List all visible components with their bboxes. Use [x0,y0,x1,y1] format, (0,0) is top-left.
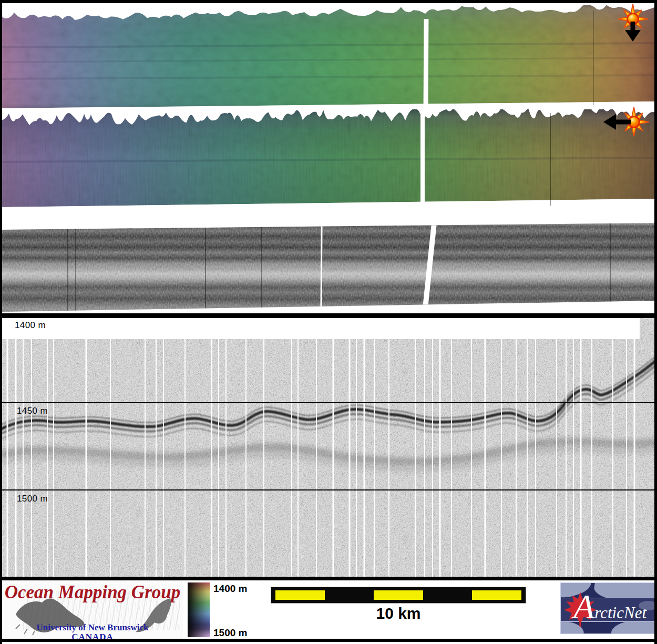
profile-top-margin [2,318,640,339]
scale-bar-segment [374,590,423,600]
scale-bar-label: 10 km [272,605,525,622]
arcticnet-rest: rcticNet [594,604,646,622]
backscatter-strip [2,223,654,313]
arcticnet-logo: ArcticNet [560,582,655,634]
scale-bar-segment [423,588,473,602]
frame-border-bottom [0,639,657,642]
figure-canvas: 1400 m 1450 m 1500 m Ocean Mapping Group… [0,0,657,644]
omg-country-label: CANADA [2,632,183,639]
data-gap [420,113,425,208]
bathymetry-swath-2 [2,109,654,212]
scale-bar [272,588,525,602]
colorbar-label-top: 1400 m [213,583,247,595]
profile-bottom-border [2,577,654,580]
profile-top-border [2,313,654,318]
scale-bar-segment [275,590,325,600]
bathymetry-swath-1 [2,3,654,111]
arcticnet-wordmark: ArcticNet [573,583,646,632]
depth-label-1400: 1400 m [15,320,46,331]
depth-label-1450: 1450 m [17,406,48,416]
frame-border-top [0,0,657,3]
omg-logo-title: Ocean Mapping Group [2,582,183,603]
depth-gridline-1450 [2,402,654,403]
sun-illumination-icon-left [601,106,652,140]
swath-seam-line [593,11,594,105]
omg-logo: Ocean Mapping Group University of New Br… [2,580,183,639]
depth-colorbar [188,582,210,637]
depth-label-1500: 1500 m [17,494,48,504]
subbottom-profile: 1400 m 1450 m 1500 m [2,318,654,577]
sun-illumination-icon-down [610,3,654,46]
frame-border-left [0,0,2,644]
colorbar-label-bottom: 1500 m [213,627,247,639]
scale-bar-segment [472,590,521,600]
swath-seam-line [550,113,551,206]
frame-border-right [654,0,657,644]
scale-bar-segment [325,588,374,602]
depth-gridline-1500 [2,489,654,490]
data-gap [424,19,429,109]
arcticnet-initial: A [573,583,594,630]
omg-university-label: University of New Brunswick [2,622,183,633]
